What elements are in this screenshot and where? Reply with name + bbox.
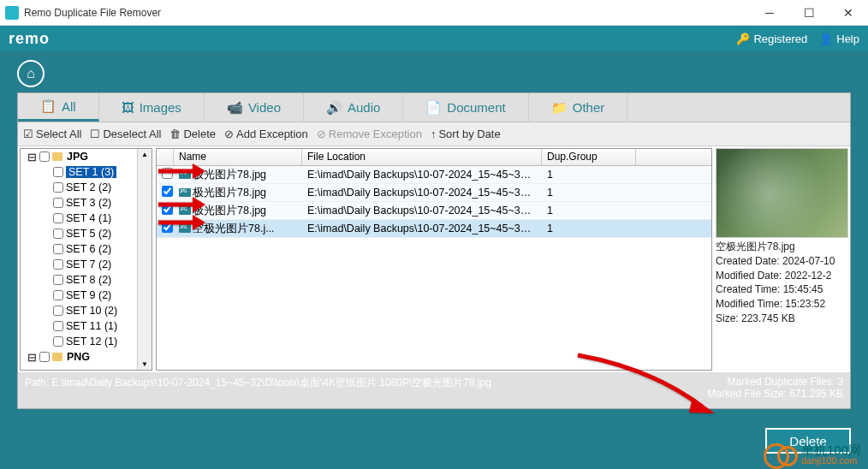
row-location: E:\imad\Daily Backups\10-07-2024_15~45~3… <box>302 203 542 218</box>
titlebar: Remo Duplicate File Remover ─ ☐ ✕ <box>0 0 868 26</box>
tree-checkbox[interactable] <box>53 244 63 254</box>
tree-item-set[interactable]: SET 8 (2) <box>34 272 152 288</box>
row-group: 1 <box>542 167 636 182</box>
tree-item-label: SET 5 (2) <box>66 228 111 240</box>
tree-item-set[interactable]: SET 1 (3) <box>34 164 152 180</box>
row-name: 极光图片78.jpg <box>193 169 266 181</box>
tree-checkbox[interactable] <box>53 321 63 331</box>
tab-document[interactable]: 📄Document <box>403 93 528 122</box>
tree-item-set[interactable]: SET 11 (1) <box>34 318 152 334</box>
tree-checkbox[interactable] <box>53 229 63 239</box>
tab-images[interactable]: 🖼Images <box>99 93 205 122</box>
sort-button[interactable]: ↑Sort by Date <box>431 128 501 140</box>
tab-video[interactable]: 📹Video <box>205 93 304 122</box>
tree-item-set[interactable]: SET 12 (1) <box>34 334 152 349</box>
tree-checkbox[interactable] <box>53 290 63 300</box>
row-checkbox[interactable] <box>162 186 173 197</box>
tree-checkbox[interactable] <box>39 352 50 362</box>
preview-filename: 空极光图片78.jpg <box>716 240 848 254</box>
tree-item-set[interactable]: SET 7 (2) <box>34 257 152 272</box>
row-checkbox[interactable] <box>162 168 173 179</box>
help-button[interactable]: 👤Help <box>819 33 859 45</box>
tree-item-label: SET 4 (1) <box>66 212 111 224</box>
select-all-button[interactable]: ☑Select All <box>23 128 81 140</box>
preview-modified-date: Modified Date: 2022-12-2 <box>716 269 848 283</box>
tree-root-jpg[interactable]: ⊟ JPG <box>27 149 152 164</box>
tree-checkbox[interactable] <box>53 198 63 208</box>
tree-item-set[interactable]: SET 4 (1) <box>34 211 152 226</box>
registered-button[interactable]: 🔑Registered <box>736 33 807 45</box>
tree-checkbox[interactable] <box>39 151 50 162</box>
close-button[interactable]: ✕ <box>829 0 868 26</box>
row-name: 极光图片78.jpg <box>193 187 266 199</box>
tree-item-set[interactable]: SET 5 (2) <box>34 226 152 241</box>
results-panel: 📋All 🖼Images 📹Video 🔊Audio 📄Document 📁Ot… <box>17 92 851 409</box>
tree-checkbox[interactable] <box>53 275 63 285</box>
delete-toolbar-button[interactable]: 🗑Delete <box>169 128 216 140</box>
tree-item-label: SET 12 (1) <box>66 335 117 347</box>
home-button[interactable]: ⌂ <box>17 60 45 87</box>
scroll-down-icon[interactable]: ▼ <box>141 360 148 368</box>
tree-checkbox[interactable] <box>53 336 63 347</box>
tab-other[interactable]: 📁Other <box>529 93 628 122</box>
jpg-icon <box>179 170 191 179</box>
tab-all[interactable]: 📋All <box>18 93 99 122</box>
tree-item-label: SET 1 (3) <box>66 166 116 178</box>
tree-checkbox[interactable] <box>53 213 63 223</box>
minimize-button[interactable]: ─ <box>750 0 789 26</box>
file-grid[interactable]: Name File Location Dup.Group 极光图片78.jpg … <box>156 148 712 371</box>
table-row[interactable]: 极光图片78.jpg E:\imad\Daily Backups\10-07-2… <box>157 166 711 184</box>
row-checkbox[interactable] <box>162 204 173 215</box>
remove-exception-button: ⊘Remove Exception <box>317 128 422 140</box>
toolbar: ☑Select All ☐Deselect All 🗑Delete ⊘Add E… <box>18 122 850 146</box>
tree-item-set[interactable]: SET 2 (2) <box>34 180 152 195</box>
sort-icon: ↑ <box>431 128 437 140</box>
main-area: ⌂ 📋All 🖼Images 📹Video 🔊Audio 📄Document 📁… <box>0 51 868 469</box>
tree-checkbox[interactable] <box>53 259 63 270</box>
jpg-icon <box>179 224 191 233</box>
add-exception-button[interactable]: ⊘Add Exception <box>224 128 308 140</box>
registered-label: Registered <box>753 33 807 45</box>
preview-image <box>716 148 848 238</box>
tree-scrollbar[interactable]: ▲▼ <box>137 149 152 370</box>
tree-item-set[interactable]: SET 9 (2) <box>34 288 152 303</box>
key-icon: 🔑 <box>736 33 750 45</box>
document-icon: 📄 <box>425 100 442 116</box>
preview-created-date: Created Date: 2024-07-10 <box>716 254 848 269</box>
tree-item-set[interactable]: SET 6 (2) <box>34 241 152 257</box>
tree-root-png[interactable]: ⊟ PNG <box>27 349 152 365</box>
folder-icon <box>52 152 62 161</box>
window-buttons: ─ ☐ ✕ <box>750 0 868 26</box>
tab-audio[interactable]: 🔊Audio <box>304 93 403 122</box>
preview-panel: 空极光图片78.jpg Created Date: 2024-07-10 Mod… <box>716 148 848 371</box>
row-group: 1 <box>542 221 636 236</box>
scroll-up-icon[interactable]: ▲ <box>141 151 148 158</box>
table-row[interactable]: 空极光图片78.j... E:\imad\Daily Backups\10-07… <box>157 220 711 238</box>
tree-panel[interactable]: ⊟ JPG SET 1 (3) SET 2 (2) SET 3 (2) SET … <box>20 148 152 371</box>
watermark-cn: 单机100网 <box>801 443 861 456</box>
row-group: 1 <box>542 185 636 200</box>
col-location[interactable]: File Location <box>302 149 542 165</box>
maximize-button[interactable]: ☐ <box>789 0 829 26</box>
tree-item-set[interactable]: SET 3 (2) <box>34 195 152 211</box>
table-row[interactable]: 极光图片78.jpg E:\imad\Daily Backups\10-07-2… <box>157 202 711 220</box>
tree-checkbox[interactable] <box>53 306 63 316</box>
preview-modified-time: Modified Time: 15:23:52 <box>716 297 848 312</box>
deselect-all-button[interactable]: ☐Deselect All <box>90 128 161 140</box>
tree-item-set[interactable]: SET 10 (2) <box>34 303 152 318</box>
col-name[interactable]: Name <box>174 149 302 165</box>
row-checkbox[interactable] <box>162 222 173 233</box>
tree-checkbox[interactable] <box>53 167 63 177</box>
jpg-icon <box>179 188 191 197</box>
tree-checkbox[interactable] <box>53 182 63 193</box>
table-row[interactable]: 极光图片78.jpg E:\imad\Daily Backups\10-07-2… <box>157 184 711 202</box>
top-bar: remo 🔑Registered 👤Help <box>0 26 868 51</box>
video-icon: 📹 <box>227 100 243 116</box>
col-group[interactable]: Dup.Group <box>542 149 636 165</box>
list-icon: 📋 <box>40 98 56 114</box>
logo: remo <box>9 30 50 48</box>
tree-root-label: JPG <box>67 151 88 163</box>
row-location: E:\imad\Daily Backups\10-07-2024_15~45~3… <box>302 221 542 236</box>
tree-next-label: PNG <box>67 351 90 363</box>
home-icon: ⌂ <box>27 66 35 81</box>
